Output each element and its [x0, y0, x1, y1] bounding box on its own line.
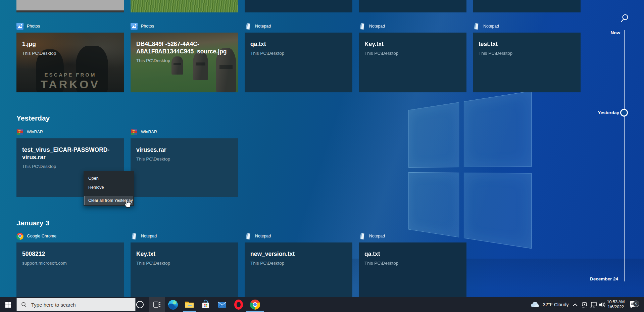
- activity-card-partial[interactable]: [359, 0, 466, 12]
- opera-icon: [234, 300, 243, 310]
- activity-card-body[interactable]: DB4E849F-5267-4A4C-A8A1F8AB1344C945_sour…: [131, 33, 238, 92]
- taskbar: 32°F Cloudy 10: [0, 297, 644, 312]
- tray-network-button[interactable]: [589, 297, 598, 312]
- activity-card-partial[interactable]: [131, 0, 238, 12]
- microsoft-store-icon: [201, 300, 211, 310]
- task-view-screen: Photos ESCAPE FROM TARKOV 1.jpg This PC\…: [0, 0, 644, 312]
- task-view-button[interactable]: [149, 297, 165, 312]
- context-menu-separator: [88, 194, 130, 194]
- notepad-app-icon: [245, 233, 252, 240]
- app-label: Photos: [27, 24, 40, 29]
- wallpaper-windows-logo: [408, 91, 532, 249]
- activity-card-partial[interactable]: [16, 0, 124, 12]
- activity-card-body[interactable]: Key.txt This PC\Desktop: [131, 242, 238, 298]
- tray-show-hidden-icons-button[interactable]: [571, 297, 580, 312]
- search-icon: [21, 302, 27, 308]
- timeline-position-marker[interactable]: [620, 109, 628, 117]
- open-app-indicator-chrome: [246, 311, 264, 312]
- card-location: This PC\Desktop: [250, 51, 347, 56]
- timeline-search-icon[interactable]: [619, 13, 630, 24]
- taskbar-app-edge[interactable]: [165, 297, 181, 312]
- context-menu-item-remove[interactable]: Remove: [84, 183, 134, 192]
- activity-card-body[interactable]: test.txt This PC\Desktop: [473, 33, 581, 92]
- weather-text: 32°F Cloudy: [543, 302, 568, 307]
- activity-card: Photos DB4E849F-5267-4A4C-A8A1F8AB1344C9…: [131, 22, 238, 92]
- search-input[interactable]: [31, 302, 116, 308]
- timeline-track[interactable]: [624, 30, 625, 281]
- cortana-button[interactable]: [132, 297, 148, 312]
- activity-card-body[interactable]: Key.txt This PC\Desktop: [359, 33, 466, 92]
- activity-card-body[interactable]: qa.txt This PC\Desktop: [245, 33, 352, 92]
- card-title: viruses.rar: [136, 146, 233, 153]
- taskbar-app-file-explorer[interactable]: [181, 297, 197, 312]
- timeline-label-yesterday[interactable]: Yesterday: [598, 110, 619, 115]
- task-view-icon: [153, 301, 161, 308]
- context-menu: Open Remove Clear all from Yesterday: [84, 171, 134, 206]
- notepad-app-icon: [245, 23, 252, 30]
- card-location: This PC\Desktop: [22, 51, 118, 56]
- section-header-yesterday: Yesterday: [16, 114, 50, 122]
- app-label: Notepad: [483, 24, 499, 29]
- card-title: test_virus_EICAR-PASSWORD-virus.rar: [22, 146, 118, 161]
- weather-cloud-icon: [531, 301, 540, 308]
- tray-clock[interactable]: 10:53 AM 1/6/2022: [605, 297, 626, 312]
- card-location: This PC\Desktop: [22, 164, 118, 169]
- winrar-app-icon: [16, 129, 23, 136]
- card-title: qa.txt: [250, 40, 347, 48]
- card-location: This PC\Desktop: [479, 51, 575, 56]
- card-title: test.txt: [479, 40, 575, 48]
- taskbar-app-opera[interactable]: [231, 297, 247, 312]
- taskbar-search-box[interactable]: [16, 298, 136, 311]
- notepad-app-icon: [359, 233, 366, 240]
- app-label: Notepad: [141, 234, 157, 238]
- card-title: DB4E849F-5267-4A4C-A8A1F8AB1344C945_sour…: [136, 40, 233, 55]
- chrome-icon: [250, 300, 260, 310]
- app-label: Notepad: [369, 234, 385, 238]
- activity-card-body[interactable]: new_version.txt This PC\Desktop: [245, 242, 352, 298]
- card-title: Key.txt: [136, 250, 233, 258]
- taskbar-app-chrome[interactable]: [247, 297, 263, 312]
- activity-card-body[interactable]: qa.txt This PC\Desktop: [359, 242, 466, 298]
- windows-logo-pane: [408, 172, 459, 237]
- card-location: support.microsoft.com: [22, 261, 118, 266]
- taskbar-app-store[interactable]: [198, 297, 214, 312]
- activity-card: Google Chrome 5008212 support.microsoft.…: [16, 232, 124, 298]
- activity-card: WinRAR viruses.rar This PC\Desktop: [131, 128, 238, 197]
- context-menu-item-clear-all[interactable]: Clear all from Yesterday: [84, 196, 133, 205]
- edge-icon: [168, 300, 178, 310]
- windows-logo-pane: [408, 102, 459, 167]
- timeline-label-now[interactable]: Now: [611, 30, 621, 35]
- notepad-app-icon: [473, 23, 480, 30]
- card-location: This PC\Desktop: [136, 157, 233, 162]
- activity-card: Notepad qa.txt This PC\Desktop: [359, 232, 466, 298]
- app-label: Notepad: [255, 24, 271, 29]
- notification-count-badge: 5: [633, 301, 639, 307]
- activity-card-partial[interactable]: [473, 0, 581, 12]
- card-location: This PC\Desktop: [250, 261, 347, 266]
- tray-meet-now-button[interactable]: [580, 297, 589, 312]
- app-label: Notepad: [255, 234, 271, 238]
- action-center-button[interactable]: 5: [627, 297, 640, 312]
- windows-logo-pane: [464, 173, 532, 249]
- app-label: WinRAR: [27, 130, 43, 134]
- tray-weather-button[interactable]: 32°F Cloudy: [529, 297, 571, 312]
- speaker-icon: [599, 301, 606, 308]
- clock-date: 1/6/2022: [608, 305, 624, 310]
- timeline-label-december-24[interactable]: December 24: [590, 276, 618, 281]
- card-location: This PC\Desktop: [364, 261, 461, 266]
- taskbar-app-mail[interactable]: [214, 297, 230, 312]
- card-title: Key.txt: [364, 40, 461, 48]
- ethernet-network-icon: [590, 301, 597, 308]
- activity-card-body[interactable]: 5008212 support.microsoft.com: [16, 242, 124, 298]
- start-button[interactable]: [0, 297, 16, 312]
- file-explorer-icon: [184, 300, 194, 310]
- activity-card: Notepad qa.txt This PC\Desktop: [245, 22, 352, 92]
- open-app-indicator-file-explorer: [183, 311, 196, 312]
- activity-card-body[interactable]: viruses.rar This PC\Desktop: [131, 138, 238, 197]
- section-header-january-3: January 3: [16, 219, 49, 227]
- activity-card-partial[interactable]: [245, 0, 352, 12]
- context-menu-item-open[interactable]: Open: [84, 174, 134, 183]
- notepad-app-icon: [131, 233, 138, 240]
- activity-card-body[interactable]: ESCAPE FROM TARKOV 1.jpg This PC\Desktop: [16, 33, 124, 92]
- grass-photo-thumbnail: [131, 0, 238, 12]
